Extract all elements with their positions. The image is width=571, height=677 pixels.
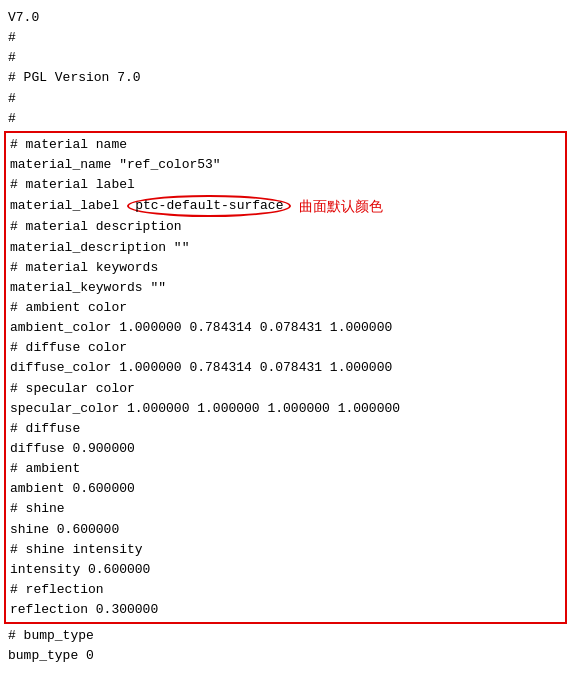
- line-hash-1: #: [4, 28, 567, 48]
- line-material-kw-value: material_keywords "": [10, 278, 561, 298]
- line-material-name-value: material_name "ref_color53": [10, 155, 561, 175]
- line-hash-3: #: [4, 89, 567, 109]
- line-shine-intensity-comment: # shine intensity: [10, 540, 561, 560]
- line-v7: V7.0: [4, 8, 567, 28]
- line-hash-4: #: [4, 109, 567, 129]
- line-ambient-comment: # ambient: [10, 459, 561, 479]
- line-diffuse-value: diffuse 0.900000: [10, 439, 561, 459]
- line-bump-type-comment: # bump_type: [4, 626, 567, 646]
- annotation-chinese: 曲面默认颜色: [299, 196, 383, 218]
- header-lines: V7.0 # # # PGL Version 7.0 # #: [4, 8, 567, 129]
- line-hash-2: #: [4, 48, 567, 68]
- line-specular-color-value: specular_color 1.000000 1.000000 1.00000…: [10, 399, 561, 419]
- line-material-kw-comment: # material keywords: [10, 258, 561, 278]
- material-label-oval: ptc-default-surface: [127, 195, 291, 217]
- line-diffuse-comment: # diffuse: [10, 419, 561, 439]
- line-pgl-version: # PGL Version 7.0: [4, 68, 567, 88]
- line-diffuse-color-value: diffuse_color 1.000000 0.784314 0.078431…: [10, 358, 561, 378]
- material-label-line: material_label ptc-default-surface 曲面默认颜…: [10, 195, 561, 217]
- line-ambient-color-value: ambient_color 1.000000 0.784314 0.078431…: [10, 318, 561, 338]
- line-shine-comment: # shine: [10, 499, 561, 519]
- material-label-prefix: material_label: [10, 196, 119, 216]
- footer-lines: # bump_type bump_type 0: [4, 626, 567, 666]
- line-material-label-comment: # material label: [10, 175, 561, 195]
- line-specular-color-comment: # specular color: [10, 379, 561, 399]
- line-ambient-color-comment: # ambient color: [10, 298, 561, 318]
- line-material-desc-value: material_description "": [10, 238, 561, 258]
- line-intensity-value: intensity 0.600000: [10, 560, 561, 580]
- line-material-desc-comment: # material description: [10, 217, 561, 237]
- line-shine-value: shine 0.600000: [10, 520, 561, 540]
- line-diffuse-color-comment: # diffuse color: [10, 338, 561, 358]
- content-area: V7.0 # # # PGL Version 7.0 # # # materia…: [4, 8, 567, 667]
- line-material-name-comment: # material name: [10, 135, 561, 155]
- line-ambient-value: ambient 0.600000: [10, 479, 561, 499]
- line-bump-type-value: bump_type 0: [4, 646, 567, 666]
- line-reflection-comment: # reflection: [10, 580, 561, 600]
- highlighted-block: # material name material_name "ref_color…: [4, 131, 567, 624]
- line-reflection-value: reflection 0.300000: [10, 600, 561, 620]
